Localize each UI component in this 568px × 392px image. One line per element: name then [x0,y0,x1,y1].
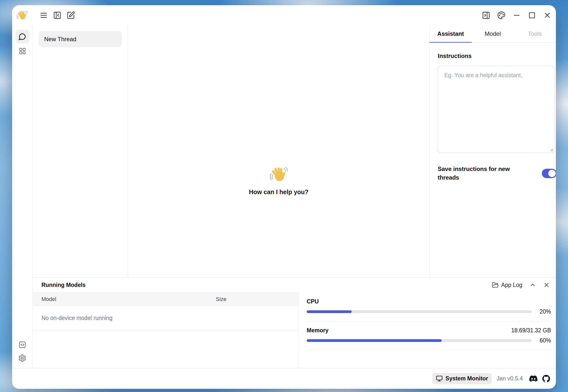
panel-right-open-icon[interactable] [482,11,490,19]
thread-list-item[interactable]: New Thread [39,31,122,47]
cpu-progress-fill [307,310,352,313]
github-icon[interactable] [542,375,550,382]
system-stats: CPU 20% Memory 18.69/31.32 GB [299,292,556,368]
memory-progress-track [307,339,532,342]
cpu-label: CPU [307,298,551,305]
assistant-panel: Assistant Model Tools Instructions Save … [430,25,556,277]
menu-icon[interactable] [39,11,48,19]
sidebar-item-local-api[interactable] [19,341,26,349]
system-monitor-label: System Monitor [445,375,488,382]
panel-left-close-icon[interactable] [53,11,61,19]
tab-assistant[interactable]: Assistant [430,25,472,42]
icon-rail [12,25,33,368]
memory-percent: 60% [532,337,551,344]
sidebar-item-hub[interactable] [19,47,26,55]
empty-table-message: No on-device model running [33,306,298,331]
system-monitor-panel: Running Models App Log Model [33,277,556,368]
discord-icon[interactable] [529,374,537,383]
maximize-icon[interactable] [528,11,536,19]
chat-bubble-icon [19,33,26,40]
palette-icon[interactable] [497,11,506,19]
jan-logo-wave-icon [17,10,28,21]
app-log-button[interactable]: App Log [492,282,522,288]
panel-tabs: Assistant Model Tools [430,25,556,43]
settings-gear-icon [18,354,26,362]
memory-usage: 18.69/31.32 GB [511,327,551,334]
memory-progress-fill [307,339,442,342]
grid-icon [19,47,26,55]
compose-icon[interactable] [67,11,75,19]
thread-title: New Thread [44,36,76,43]
wave-hand-icon [270,165,288,184]
app-version: Jan v0.5.4 [497,375,523,382]
app-log-label: App Log [501,282,522,288]
column-header-model: Model [33,296,216,302]
sidebar-item-settings[interactable] [18,354,26,362]
tab-model[interactable]: Model [472,25,514,42]
save-instructions-label: Save instructions for new threads [438,165,519,182]
cpu-progress-track [307,310,532,313]
sidebar-item-threads[interactable] [16,30,29,43]
resize-handle-icon[interactable] [549,148,553,152]
cpu-percent: 20% [532,308,551,315]
save-instructions-toggle[interactable] [542,169,556,178]
instructions-heading: Instructions [438,53,553,59]
code-icon [19,341,26,349]
greeting-text: How can I help you? [249,188,309,196]
tab-tools[interactable]: Tools [514,25,556,42]
toggle-knob [548,170,556,177]
system-monitor-button[interactable]: System Monitor [432,373,492,384]
collapse-panel-icon[interactable] [529,281,536,288]
running-models-heading: Running Models [41,282,86,288]
column-header-size: Size [216,296,227,302]
main-content: How can I help you? [128,25,430,277]
statusbar: System Monitor Jan v0.5.4 [12,368,556,389]
close-icon[interactable] [543,11,551,19]
folder-open-icon [492,282,499,288]
memory-label: Memory [307,327,328,334]
jan-app-window: New Thread How [12,5,556,389]
thread-list-panel: New Thread [33,25,128,277]
instructions-input[interactable] [438,66,555,153]
minimize-icon[interactable] [512,11,521,19]
titlebar [12,5,556,25]
close-panel-icon[interactable] [543,281,550,288]
monitor-icon [436,375,443,382]
running-models-table: Model Size No on-device model running [33,292,299,368]
